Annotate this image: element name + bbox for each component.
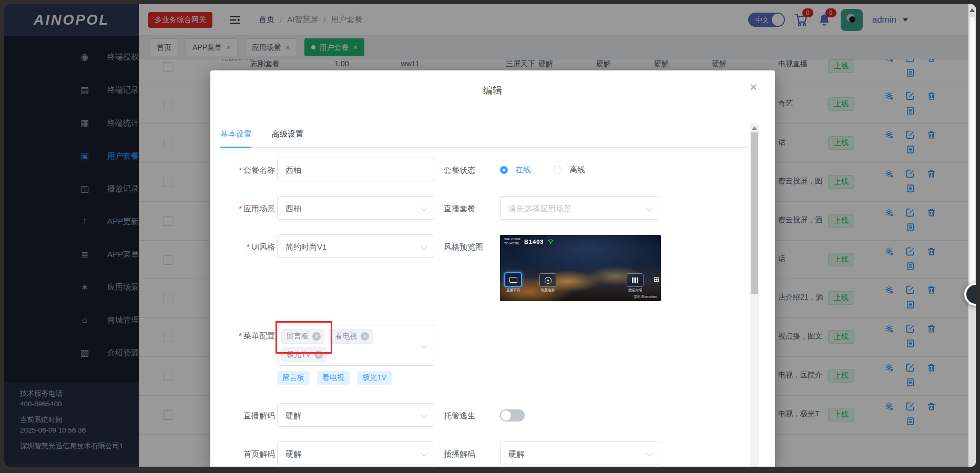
- menu-option-chips: 留言板 看电视 极光TV: [277, 371, 392, 385]
- room-number: B1403: [524, 239, 544, 245]
- required-asterisk: *: [239, 166, 242, 174]
- chevron-down-icon: [421, 412, 427, 418]
- field-label-home-decode: 首页解码: [210, 441, 275, 466]
- field-label-style-preview: 风格预览图: [444, 234, 496, 259]
- home-decode-value: 硬解: [285, 449, 301, 458]
- preview-app-hotel: 酒店介绍: [626, 273, 644, 293]
- active-tab-underline: [220, 147, 251, 148]
- tag-remove-icon[interactable]: ×: [361, 332, 369, 341]
- live-decode-value: 硬解: [285, 411, 301, 420]
- radio-offline[interactable]: [553, 166, 562, 174]
- scrollbar-thumb[interactable]: [969, 17, 975, 299]
- selected-tag: 极光TV ×: [281, 347, 326, 362]
- tag-label: 留言板: [287, 332, 309, 341]
- field-label-package-name: *套餐名称: [210, 158, 275, 182]
- edit-dialog: 编辑 × 基本设置 高级设置 *套餐名称 西柚 套餐状态 在线 离线 *应用场景…: [210, 70, 775, 467]
- insert-decode-select[interactable]: 硬解: [500, 441, 659, 465]
- live-package-placeholder: 请先选择应用场景: [508, 204, 571, 213]
- chevron-down-icon: [421, 342, 427, 349]
- preview-caption: 深圳 Shenzhen: [634, 295, 657, 300]
- field-label-package-status: 套餐状态: [444, 158, 496, 182]
- close-icon[interactable]: ×: [750, 81, 757, 94]
- selected-tag: 留言板 ×: [281, 329, 324, 344]
- preview-header: WELCOME TO HOTEL B1403: [504, 238, 554, 245]
- package-name-input[interactable]: 西柚: [277, 158, 434, 181]
- menu-chip[interactable]: 留言板: [277, 371, 310, 385]
- preview-app-live: 直播节目: [504, 272, 522, 293]
- tag-label: 极光TV: [287, 350, 311, 359]
- field-label-insert-decode: 插播解码: [444, 441, 496, 466]
- selected-tag: 看电视 ×: [330, 329, 373, 344]
- style-preview-image: WELCOME TO HOTEL B1403 直播节目 智慧电影 酒店介绍 ⊞ …: [500, 235, 661, 301]
- required-asterisk: *: [247, 242, 250, 251]
- field-label-live-package: 直播套餐: [444, 196, 496, 221]
- tab-divider: [220, 147, 748, 148]
- preview-app-movie: 智慧电影: [539, 273, 557, 293]
- tag-remove-icon[interactable]: ×: [314, 351, 323, 359]
- scrollbar-thumb[interactable]: [751, 132, 758, 294]
- ui-style-select[interactable]: 简约时尚V1: [277, 234, 434, 258]
- scroll-up-arrow-icon[interactable]: [969, 8, 975, 12]
- chevron-down-icon: [646, 204, 652, 211]
- insert-decode-value: 硬解: [508, 449, 524, 458]
- film-icon: [545, 277, 552, 284]
- chevron-down-icon: [646, 450, 652, 457]
- wifi-icon: [547, 238, 554, 245]
- ui-style-value: 简约时尚V1: [285, 242, 326, 251]
- live-decode-select[interactable]: 硬解: [277, 403, 434, 427]
- grid-icon: ⊞: [654, 275, 659, 283]
- building-icon: [632, 277, 638, 283]
- menu-chip[interactable]: 看电视: [317, 371, 350, 385]
- dialog-title: 编辑: [210, 84, 775, 97]
- radio-offline-label[interactable]: 离线: [569, 165, 585, 175]
- escape-toggle-off[interactable]: [500, 409, 525, 421]
- chevron-down-icon: [421, 204, 427, 211]
- field-label-live-decode: 直播解码: [210, 403, 275, 428]
- field-label-menu-config: *菜单配置: [210, 323, 275, 348]
- package-name-value: 西柚: [285, 166, 301, 174]
- menu-config-multiselect[interactable]: 留言板 × 看电视 × 极光TV ×: [277, 325, 434, 366]
- window-frame: AINOPOL ◉ 终端授权 ▤ 终端记录 ▦ 终端统计 ▣ 用户套餐 ◫ 播放…: [0, 0, 980, 473]
- tv-icon: [509, 277, 517, 283]
- dialog-scrollbar[interactable]: [750, 123, 759, 467]
- app-scene-select[interactable]: 西柚: [277, 196, 434, 220]
- home-decode-select[interactable]: 硬解: [277, 441, 434, 465]
- welcome-text: WELCOME TO HOTEL: [504, 238, 520, 245]
- live-package-select[interactable]: 请先选择应用场景: [500, 196, 659, 220]
- package-status-radios: 在线 离线: [500, 158, 600, 182]
- chevron-down-icon: [421, 450, 427, 457]
- required-asterisk: *: [239, 204, 242, 213]
- menu-chip[interactable]: 极光TV: [357, 371, 392, 385]
- tab-basic-settings[interactable]: 基本设置: [220, 129, 252, 139]
- tag-remove-icon[interactable]: ×: [312, 332, 321, 341]
- scroll-up-arrow-icon[interactable]: [752, 126, 757, 130]
- page-scrollbar[interactable]: [968, 4, 976, 467]
- field-label-escape: 托管逃生: [444, 403, 496, 428]
- radio-online-selected[interactable]: [500, 166, 508, 174]
- app-scene-value: 西柚: [285, 204, 301, 213]
- app-root: AINOPOL ◉ 终端授权 ▤ 终端记录 ▦ 终端统计 ▣ 用户套餐 ◫ 播放…: [4, 4, 976, 467]
- required-asterisk: *: [239, 331, 242, 340]
- tag-label: 看电视: [335, 332, 357, 341]
- field-label-app-scene: *应用场景: [210, 196, 275, 221]
- field-label-ui-style: *UI风格: [210, 234, 275, 259]
- tab-advanced-settings[interactable]: 高级设置: [272, 129, 303, 139]
- chevron-down-icon: [421, 243, 427, 250]
- radio-online-label[interactable]: 在线: [515, 165, 531, 175]
